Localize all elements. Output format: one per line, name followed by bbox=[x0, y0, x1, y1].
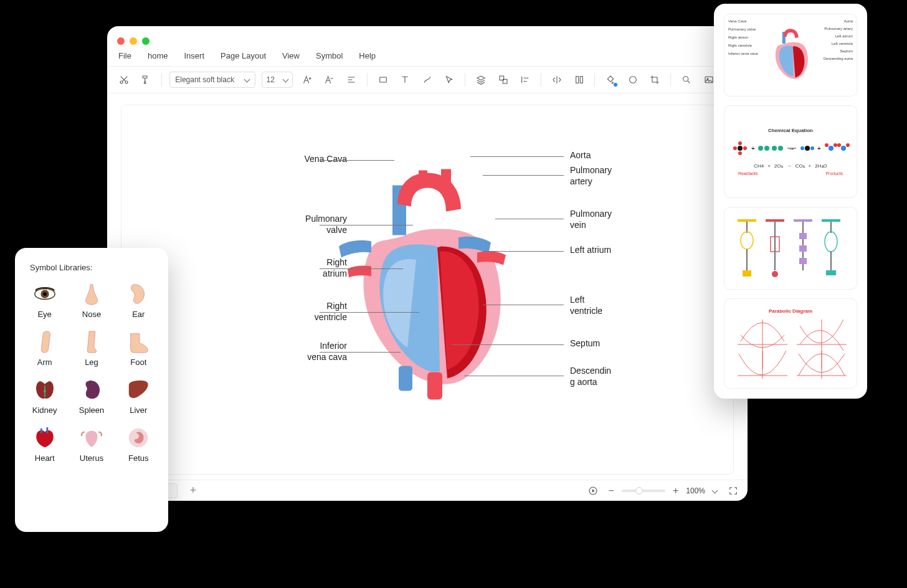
zoom-out-button[interactable]: − bbox=[609, 485, 614, 496]
symbol-library-panel: Symbol Libraries: Eye Nose Ear Arm Leg F… bbox=[15, 248, 168, 532]
svg-point-30 bbox=[800, 146, 804, 150]
page-tab-bar: Page-1 + − + 100% bbox=[107, 480, 748, 501]
menu-file[interactable]: File bbox=[118, 51, 131, 60]
symbol-foot[interactable]: Foot bbox=[118, 330, 159, 367]
align-objects-icon[interactable] bbox=[518, 72, 534, 88]
leader-line bbox=[495, 219, 564, 219]
symbol-kidney[interactable]: Kidney bbox=[24, 378, 65, 415]
eq-part: CH4 bbox=[754, 163, 764, 169]
svg-point-24 bbox=[758, 146, 763, 151]
presentation-icon[interactable] bbox=[585, 483, 601, 499]
symbol-spleen[interactable]: Spleen bbox=[70, 378, 112, 415]
symbol-heart[interactable]: Heart bbox=[24, 426, 65, 463]
menu-view[interactable]: View bbox=[282, 51, 300, 60]
app-window: File home Insert Page Layout View Symbol… bbox=[107, 26, 748, 501]
svg-point-16 bbox=[43, 292, 47, 296]
symbol-label: Foot bbox=[130, 358, 146, 367]
svg-rect-52 bbox=[799, 258, 807, 264]
drawing-canvas[interactable]: Vena Cava Pulmonary valve Right atrium R… bbox=[121, 105, 734, 475]
svg-rect-11 bbox=[427, 372, 442, 399]
svg-point-55 bbox=[825, 232, 837, 252]
svg-point-41 bbox=[741, 232, 753, 249]
fullscreen-icon[interactable] bbox=[725, 483, 741, 499]
svg-point-18 bbox=[738, 146, 743, 151]
menu-page-layout[interactable]: Page Layout bbox=[221, 51, 266, 60]
svg-point-7 bbox=[629, 77, 636, 83]
text-tool-icon[interactable] bbox=[397, 72, 413, 88]
svg-point-37 bbox=[837, 143, 841, 147]
connector-tool-icon[interactable] bbox=[419, 72, 435, 88]
increase-font-icon[interactable] bbox=[299, 72, 315, 88]
menu-symbol[interactable]: Symbol bbox=[316, 51, 343, 60]
font-selector[interactable]: Elegant soft black bbox=[169, 72, 255, 88]
symbol-eye[interactable]: Eye bbox=[24, 282, 65, 319]
reactants-label: Reactants bbox=[738, 171, 758, 176]
leader-line bbox=[320, 160, 394, 161]
pointer-tool-icon[interactable] bbox=[442, 72, 458, 88]
symbol-label: Nose bbox=[82, 310, 101, 319]
menu-help[interactable]: Help bbox=[359, 51, 376, 60]
format-painter-icon[interactable] bbox=[138, 72, 154, 88]
flip-horizontal-icon[interactable] bbox=[549, 72, 565, 88]
symbol-label: Fetus bbox=[128, 453, 149, 463]
svg-point-26 bbox=[772, 146, 777, 151]
mini-label: Septum bbox=[824, 49, 853, 53]
chevron-down-icon bbox=[713, 488, 718, 493]
symbol-nose[interactable]: Nose bbox=[70, 282, 112, 319]
fill-color-icon[interactable] bbox=[602, 72, 619, 88]
menu-insert[interactable]: Insert bbox=[184, 51, 204, 60]
decrease-font-icon[interactable] bbox=[321, 72, 338, 88]
symbol-uterus[interactable]: Uterus bbox=[70, 426, 112, 463]
shape-style-icon[interactable] bbox=[625, 72, 641, 88]
label-left-ventricle: Left ventricle bbox=[570, 295, 602, 316]
svg-rect-53 bbox=[822, 219, 840, 222]
toolbar: Elegant soft black 12 bbox=[107, 66, 748, 93]
svg-text:+: + bbox=[751, 145, 755, 152]
symbol-liver[interactable]: Liver bbox=[118, 378, 159, 415]
svg-point-34 bbox=[825, 143, 829, 147]
eq-part: CO₂ bbox=[795, 163, 805, 169]
maximize-window-icon[interactable] bbox=[142, 37, 150, 45]
search-icon[interactable] bbox=[678, 72, 695, 88]
distribute-icon[interactable] bbox=[571, 72, 587, 88]
zoom-value[interactable]: 100% bbox=[686, 486, 705, 495]
cut-icon[interactable] bbox=[116, 72, 132, 88]
symbol-label: Arm bbox=[37, 358, 52, 367]
symbol-ear[interactable]: Ear bbox=[118, 282, 159, 319]
zoom-slider[interactable] bbox=[622, 490, 665, 492]
template-chemical-equation[interactable]: Chemical Equation + → + CH4 + 2O₂ → CO₂ … bbox=[724, 105, 857, 198]
templates-panel: Vena Cava Pulmonary valve Right atrium R… bbox=[714, 4, 867, 399]
crop-icon[interactable] bbox=[647, 72, 663, 88]
symbol-leg[interactable]: Leg bbox=[70, 330, 112, 367]
minimize-window-icon[interactable] bbox=[130, 37, 137, 45]
menu-home[interactable]: home bbox=[148, 51, 168, 60]
template-heart-diagram[interactable]: Vena Cava Pulmonary valve Right atrium R… bbox=[724, 14, 857, 97]
symbol-label: Leg bbox=[85, 358, 98, 367]
symbol-arm[interactable]: Arm bbox=[24, 330, 65, 367]
symbol-fetus[interactable]: Fetus bbox=[118, 426, 159, 463]
mini-label: Left atrium bbox=[824, 34, 853, 38]
eq-part: 2H₂O bbox=[815, 163, 827, 169]
layers-icon[interactable] bbox=[473, 72, 489, 88]
label-pulmonary-vein: Pulmonary vein bbox=[570, 209, 612, 230]
mini-label: Right atrium bbox=[728, 36, 758, 39]
text-align-icon[interactable] bbox=[343, 72, 359, 88]
shape-rect-icon[interactable] bbox=[375, 72, 391, 88]
svg-point-20 bbox=[743, 146, 747, 150]
eq-part: 2O₂ bbox=[774, 163, 783, 169]
close-window-icon[interactable] bbox=[117, 37, 125, 45]
template-mechanics[interactable] bbox=[724, 207, 857, 290]
template-parabolic-diagram[interactable]: Parabolic Diagram bbox=[724, 298, 857, 389]
zoom-in-button[interactable]: + bbox=[673, 485, 678, 496]
svg-point-31 bbox=[810, 146, 814, 150]
group-icon[interactable] bbox=[495, 72, 511, 88]
foot-icon bbox=[126, 330, 150, 354]
svg-rect-12 bbox=[399, 366, 412, 391]
add-page-button[interactable]: + bbox=[186, 484, 201, 497]
mechanics-thumbnail-icon bbox=[731, 214, 850, 283]
font-name: Elegant soft black bbox=[175, 75, 234, 84]
eq-part: → bbox=[787, 163, 792, 169]
window-titlebar bbox=[107, 26, 748, 45]
svg-point-47 bbox=[772, 271, 778, 277]
font-size-selector[interactable]: 12 bbox=[262, 72, 292, 88]
